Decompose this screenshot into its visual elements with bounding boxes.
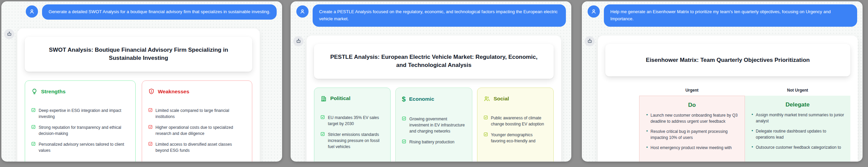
bullet-dot: •: [646, 128, 648, 141]
user-icon: [29, 8, 35, 15]
section-label: Economic: [409, 96, 434, 102]
checkbox-icon: [402, 139, 406, 145]
strengths-header: Strengths: [31, 88, 129, 95]
list-item: Public awareness of climate change boost…: [484, 115, 547, 127]
not-urgent-header: Not Urgent: [745, 88, 851, 93]
political-header: Political: [320, 95, 384, 102]
item-text: Deep expertise in ESG integration and im…: [39, 108, 129, 120]
bullet-dot: •: [646, 145, 648, 151]
weaknesses-list: Limited scale compared to large financia…: [148, 108, 246, 153]
swot-panel: Generate a detailed SWOT Analysis for a …: [1, 1, 282, 162]
assistant-response-row: SWOT Analysis: Boutique Financial Adviso…: [1, 28, 282, 162]
list-item: EU mandates 35% EV sales target by 2030: [320, 115, 384, 127]
weaknesses-header: Weaknesses: [148, 88, 246, 95]
item-text: Strong reputation for transparency and e…: [39, 124, 129, 137]
user-avatar: [296, 5, 309, 18]
people-icon: [484, 95, 490, 102]
item-text: Outsource customer feedback categorizati…: [756, 144, 841, 150]
checkbox-icon: [484, 115, 488, 127]
item-text: Younger demographics favoring eco-friend…: [491, 132, 547, 144]
section-label: Strengths: [41, 89, 65, 95]
economic-header: $ Economic: [402, 95, 466, 103]
list-item: •Delegate routine dashboard updates to o…: [752, 128, 845, 140]
analysis-title: SWOT Analysis: Boutique Financial Adviso…: [25, 37, 252, 72]
social-list: Public awareness of climate change boost…: [484, 115, 547, 144]
item-text: Host emergency product review meeting wi…: [651, 145, 732, 151]
user-avatar: [588, 5, 600, 18]
quadrant-title: Do: [639, 102, 745, 109]
swot-sections: Strengths Deep expertise in ESG integrat…: [25, 80, 252, 162]
political-list: EU mandates 35% EV sales target by 2030 …: [320, 115, 384, 150]
checkbox-icon: [31, 125, 36, 137]
item-text: EU mandates 35% EV sales target by 2030: [328, 115, 384, 127]
checkbox-icon: [148, 125, 153, 137]
item-text: Assign monthly market trend summaries to…: [756, 112, 844, 124]
list-item: Growing government investment in EV infr…: [402, 116, 466, 134]
pestle-sections: Political EU mandates 35% EV sales targe…: [314, 88, 554, 162]
item-text: Rising battery production: [409, 139, 454, 145]
list-item: Deep expertise in ESG integration and im…: [31, 108, 129, 120]
robot-icon: [296, 38, 301, 44]
bullet-dot: •: [752, 112, 753, 124]
do-quadrant: Do •Launch new customer onboarding featu…: [639, 96, 745, 162]
analysis-title: Eisenhower Matrix: Team Quarterly Object…: [605, 44, 850, 77]
strengths-card: Strengths Deep expertise in ESG integrat…: [25, 80, 136, 162]
eisenhower-matrix: Important Urgent Not Urgent Do •Launch n…: [605, 88, 850, 162]
matrix-quadrants: Do •Launch new customer onboarding featu…: [639, 96, 850, 162]
political-card: Political EU mandates 35% EV sales targe…: [314, 88, 391, 162]
bullet-dot: •: [752, 128, 753, 140]
social-card: Social Public awareness of climate chang…: [477, 88, 554, 162]
item-text: Limited scale compared to large financia…: [156, 108, 246, 120]
list-item: •Outsource customer feedback categorizat…: [752, 144, 845, 150]
strengths-list: Deep expertise in ESG integration and im…: [31, 108, 129, 153]
user-icon: [591, 8, 597, 15]
list-item: Strong reputation for transparency and e…: [31, 124, 129, 137]
section-label: Weaknesses: [158, 89, 190, 95]
list-item: Younger demographics favoring eco-friend…: [484, 132, 547, 144]
item-text: Higher operational costs due to speciali…: [156, 124, 246, 137]
analysis-card: SWOT Analysis: Boutique Financial Adviso…: [17, 28, 260, 162]
list-item: Personalized advisory services tailored …: [31, 141, 129, 153]
list-item: •Assign monthly market trend summaries t…: [752, 112, 845, 124]
analysis-title: PESTLE Analysis: European Electric Vehic…: [314, 44, 554, 79]
item-text: Public awareness of climate change boost…: [491, 115, 547, 127]
bot-avatar: [585, 36, 595, 46]
delegate-items: •Assign monthly market trend summaries t…: [745, 112, 851, 150]
list-item: Rising battery production: [402, 139, 466, 145]
bullet-dot: •: [752, 144, 753, 150]
user-message-bubble: Create a PESTLE Analysis focused on the …: [313, 4, 566, 27]
list-item: Higher operational costs due to speciali…: [148, 124, 246, 137]
analysis-card: Eisenhower Matrix: Team Quarterly Object…: [598, 35, 858, 162]
urgent-header: Urgent: [639, 88, 745, 93]
section-label: Social: [494, 96, 509, 102]
matrix-row-label: Important: [626, 146, 630, 162]
user-message-row: Help me generate an Eisenhower Matrix to…: [582, 1, 863, 27]
robot-icon: [6, 31, 12, 37]
checkbox-icon: [148, 108, 153, 120]
social-header: Social: [484, 95, 547, 102]
economic-card: $ Economic Growing government investment…: [395, 88, 472, 162]
quadrant-title: Delegate: [745, 101, 851, 108]
pestle-panel: Create a PESTLE Analysis focused on the …: [291, 1, 571, 162]
checkbox-icon: [484, 132, 488, 144]
bullet-dot: •: [646, 112, 648, 124]
assistant-response-row: Eisenhower Matrix: Team Quarterly Object…: [582, 35, 863, 162]
lightbulb-icon: [31, 88, 38, 95]
list-item: Limited access to diversified asset clas…: [148, 141, 246, 153]
robot-icon: [587, 38, 593, 44]
checkbox-icon: [320, 115, 325, 127]
section-label: Political: [330, 95, 350, 101]
economic-list: Growing government investment in EV infr…: [402, 116, 466, 145]
dollar-icon: $: [402, 95, 406, 103]
list-item: •Resolve critical bug in payment process…: [646, 128, 738, 141]
checkbox-icon: [320, 132, 325, 150]
do-items: •Launch new customer onboarding feature …: [639, 112, 745, 151]
analysis-card: PESTLE Analysis: European Electric Vehic…: [307, 35, 561, 162]
item-text: Growing government investment in EV infr…: [409, 116, 466, 134]
assistant-response-row: PESTLE Analysis: European Electric Vehic…: [291, 35, 571, 162]
list-item: Stricter emissions standards increasing …: [320, 132, 384, 150]
eisenhower-panel: Help me generate an Eisenhower Matrix to…: [582, 1, 863, 162]
user-avatar: [26, 5, 38, 18]
list-item: •Launch new customer onboarding feature …: [646, 112, 738, 124]
building-icon: [320, 95, 327, 102]
